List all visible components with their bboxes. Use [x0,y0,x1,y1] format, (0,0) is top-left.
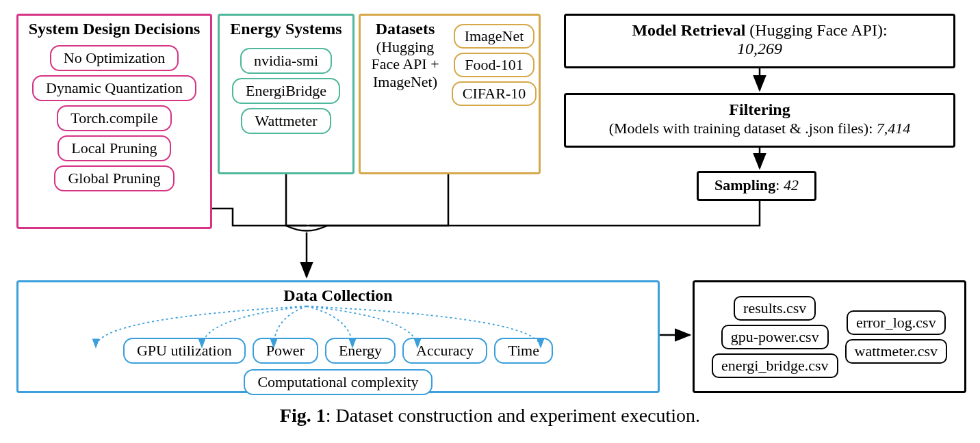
sdd-pill: Torch.compile [57,105,171,131]
sdd-pill: Dynamic Quantization [32,75,196,101]
out-file: error_log.csv [847,310,946,335]
ds-pill: Food-101 [454,53,534,77]
es-pill: EnergiBridge [232,78,340,104]
es-pill: nvidia-smi [240,48,332,74]
filtering-text: Filtering (Models with training dataset … [566,95,953,137]
system-design-decisions-box: System Design Decisions No Optimization … [16,14,212,229]
dc-pill: GPU utilization [123,338,246,364]
sdd-pill: Global Pruning [54,165,174,191]
sdd-pill: No Optimization [50,45,179,71]
filtering-box: Filtering (Models with training dataset … [564,93,955,148]
out-file: results.csv [734,296,816,321]
out-file: gpu-power.csv [721,325,829,349]
ds-subtitle: (Hugging Face API + ImageNet) [363,38,447,90]
ds-title: Datasets [363,20,447,38]
sdd-pill: Local Pruning [57,135,170,161]
sampling-box: Sampling: 42 [697,171,816,201]
dc-pill: Accuracy [402,338,487,364]
dc-pill: Time [494,338,553,364]
ds-pill: ImageNet [454,24,535,49]
out-file: wattmeter.csv [845,339,948,364]
sdd-title: System Design Decisions [18,16,210,41]
es-pill: Wattmeter [241,108,331,134]
data-collection-box: Data Collection GPU utilization Power En… [16,280,660,393]
dc-pill: Power [253,338,318,364]
model-retrieval-box: Model Retrieval (Hugging Face API): 10,2… [564,14,955,68]
dc-pill: Computational complexity [244,369,432,395]
dc-title: Data Collection [18,282,658,310]
model-retrieval-text: Model Retrieval (Hugging Face API): 10,2… [566,16,953,58]
out-file: energi_bridge.csv [712,353,838,378]
dc-pill: Energy [325,338,396,364]
datasets-box: Datasets (Hugging Face API + ImageNet) I… [359,14,541,174]
ds-pill: CIFAR-10 [452,81,537,106]
output-files-box: results.csv gpu-power.csv energi_bridge.… [693,280,966,393]
energy-systems-box: Energy Systems nvidia-smi EnergiBridge W… [218,14,354,174]
es-title: Energy Systems [220,16,352,44]
figure-caption: Fig. 1: Dataset construction and experim… [0,405,980,427]
sampling-text: Sampling: 42 [699,173,814,194]
